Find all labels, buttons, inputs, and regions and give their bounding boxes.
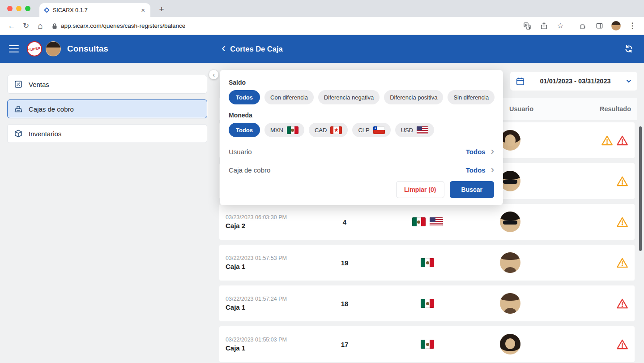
caja-filter-label: Caja de cobro — [229, 166, 270, 174]
calendar-icon — [516, 77, 525, 86]
chip-label: Con diferencia — [270, 94, 308, 101]
page-title-group: ‹ Cortes De Caja — [222, 35, 283, 63]
user-avatar[interactable] — [46, 41, 61, 56]
browser-window: SICARX 0.1.7 × + ← ↻ ⌂ app.sicarx.com/qu… — [0, 0, 644, 363]
chip-label: Diferencia negativa — [324, 94, 374, 101]
row-currency-flags — [376, 299, 479, 308]
row-count: 17 — [313, 341, 376, 348]
row-result-icons — [542, 134, 635, 147]
minimize-window-button[interactable] — [16, 6, 21, 11]
toolbar-actions: ☆ ⋮ — [520, 19, 640, 33]
profile-avatar[interactable] — [609, 19, 623, 33]
share-icon[interactable] — [537, 19, 551, 33]
tab-strip: SICARX 0.1.7 × + — [0, 0, 644, 17]
sidebar: VentasCajas de cobroInventarios — [0, 63, 213, 363]
row-datetime: 03/23/2023 06:03:30 PM — [226, 214, 313, 220]
close-window-button[interactable] — [7, 6, 13, 11]
column-header-usuario: Usuario — [509, 105, 533, 112]
filter-actions: Limpiar (0) Buscar — [229, 181, 494, 198]
filter-chip-diferencia-negativa[interactable]: Diferencia negativa — [318, 90, 380, 104]
moneda-label: Moneda — [229, 112, 494, 119]
scrollbar-thumb[interactable] — [639, 126, 642, 251]
flag-mx-icon — [287, 126, 299, 134]
browser-tab[interactable]: SICARX 0.1.7 × — [39, 3, 150, 17]
cash-register-icon — [14, 104, 23, 113]
date-range-picker[interactable]: 01/01/2023 - 03/31/2023 — [510, 72, 637, 91]
back-icon[interactable]: ← — [4, 19, 19, 33]
home-icon[interactable]: ⌂ — [33, 19, 47, 33]
side-panel-icon[interactable] — [592, 19, 606, 33]
usuario-filter-row[interactable]: Usuario Todos › — [229, 143, 494, 161]
usuario-filter-label: Usuario — [229, 148, 252, 156]
column-header-resultado: Resultado — [600, 105, 637, 112]
table-row[interactable]: 03/22/2023 01:55:03 PM Caja 1 17 — [219, 326, 635, 362]
row-result-icons — [542, 216, 635, 228]
warning-triangle-icon — [616, 216, 628, 228]
menu-kebab-icon[interactable]: ⋮ — [625, 19, 640, 33]
hamburger-menu-icon[interactable] — [9, 45, 19, 53]
app-title: Consultas — [67, 44, 108, 54]
user-avatar — [500, 334, 520, 354]
sidebar-item-label: Cajas de cobro — [29, 105, 74, 113]
search-button[interactable]: Buscar — [450, 181, 494, 198]
user-avatar — [500, 293, 520, 314]
collapse-panel-handle[interactable]: ‹ — [209, 70, 218, 79]
bookmark-star-icon[interactable]: ☆ — [553, 19, 567, 33]
row-register-name: Caja 2 — [226, 222, 313, 229]
row-datetime: 03/22/2023 01:55:03 PM — [226, 337, 313, 343]
refresh-sync-icon[interactable] — [623, 43, 634, 54]
maximize-window-button[interactable] — [25, 6, 30, 11]
filter-chip-clp[interactable]: CLP — [352, 123, 390, 137]
tab-close-icon[interactable]: × — [141, 7, 145, 13]
back-chevron-icon[interactable]: ‹ — [222, 42, 226, 54]
chevron-down-icon — [626, 78, 632, 84]
row-info: 03/22/2023 01:57:24 PM Caja 1 — [219, 296, 313, 311]
row-user-cell — [479, 293, 542, 314]
flag-ca-icon — [330, 126, 342, 134]
error-triangle-icon — [616, 338, 628, 350]
row-register-name: Caja 1 — [226, 303, 313, 311]
row-count: 18 — [313, 300, 376, 307]
filter-chip-cad[interactable]: CAD — [309, 123, 348, 137]
filter-chip-usd[interactable]: USD — [395, 123, 434, 137]
sidebar-item-inventarios[interactable]: Inventarios — [7, 124, 207, 143]
flag-us-icon — [417, 126, 428, 134]
translate-icon[interactable] — [520, 19, 534, 33]
row-currency-flags — [376, 258, 479, 267]
filter-chip-todos[interactable]: Todos — [229, 90, 260, 104]
row-result-icons — [542, 298, 635, 310]
table-row[interactable]: 03/22/2023 01:57:24 PM Caja 1 18 — [219, 285, 635, 321]
new-tab-button[interactable]: + — [156, 4, 167, 15]
table-row[interactable]: 03/22/2023 01:57:53 PM Caja 1 19 — [219, 245, 635, 281]
moneda-chips: TodosMXNCADCLPUSD — [229, 123, 494, 137]
clear-filters-button[interactable]: Limpiar (0) — [396, 181, 444, 198]
sidebar-item-cajas-de-cobro[interactable]: Cajas de cobro — [7, 99, 207, 118]
chip-label: Sin diferencia — [453, 94, 489, 101]
filter-chip-con-diferencia[interactable]: Con diferencia — [264, 90, 314, 104]
filter-chip-diferencia-positiva[interactable]: Diferencia positiva — [384, 90, 443, 104]
saldo-chips: TodosCon diferenciaDiferencia negativaDi… — [229, 90, 494, 104]
reload-icon[interactable]: ↻ — [19, 19, 33, 33]
table-row[interactable]: 03/23/2023 06:03:30 PM Caja 2 4 — [219, 204, 635, 240]
sidebar-item-ventas[interactable]: Ventas — [7, 75, 207, 94]
url-field[interactable]: app.sicarx.com/queries/cash-registers/ba… — [52, 22, 520, 29]
extensions-puzzle-icon[interactable] — [576, 19, 590, 33]
filter-chip-mxn[interactable]: MXN — [264, 123, 304, 137]
brand-logo: SUPER — [27, 41, 42, 56]
chip-label: MXN — [270, 127, 283, 134]
flag-mx-icon — [421, 299, 434, 308]
address-bar: ← ↻ ⌂ app.sicarx.com/queries/cash-regist… — [0, 17, 644, 35]
filter-chip-todos[interactable]: Todos — [229, 123, 260, 137]
row-datetime: 03/22/2023 01:57:53 PM — [226, 255, 313, 261]
row-result-icons — [542, 338, 635, 350]
row-count: 4 — [313, 218, 376, 226]
flag-mx-icon — [421, 340, 434, 349]
filter-chip-sin-diferencia[interactable]: Sin diferencia — [448, 90, 495, 104]
warning-triangle-icon — [616, 257, 628, 269]
flag-us-icon — [430, 217, 443, 226]
app-header: SUPER Consultas ‹ Cortes De Caja — [0, 35, 644, 63]
caja-filter-row[interactable]: Caja de cobro Todos › — [229, 161, 494, 179]
tab-title: SICARX 0.1.7 — [53, 7, 137, 13]
inventory-box-icon — [14, 129, 23, 138]
row-currency-flags — [376, 340, 479, 349]
